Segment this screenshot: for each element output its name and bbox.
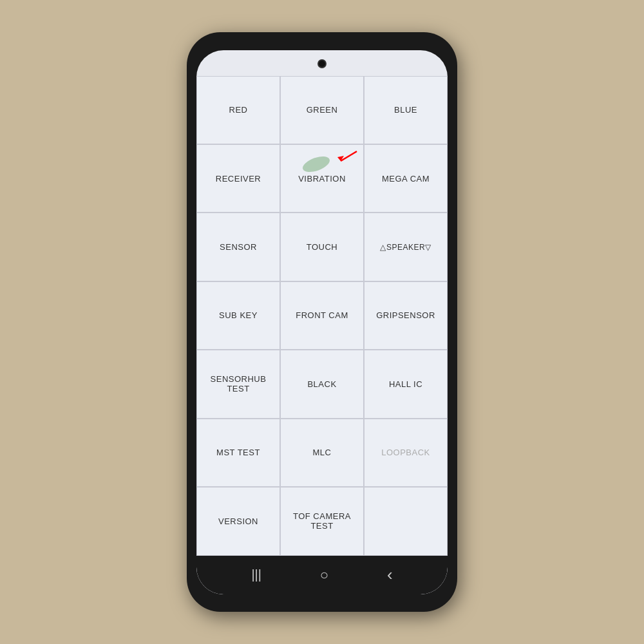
recent-apps-button[interactable]: |||	[246, 562, 267, 587]
grid-cell-loopback[interactable]: LOOPBACK	[364, 419, 448, 487]
grid-cell-red[interactable]: RED	[196, 76, 280, 144]
test-menu-grid: RED GREEN BLUE RECEIVER	[196, 76, 448, 556]
grid-cell-front-cam[interactable]: FRONT CAM	[280, 281, 364, 350]
grid-cell-speaker[interactable]: △SPEAKER▽	[364, 213, 448, 281]
grid-cell-green[interactable]: GREEN	[280, 76, 364, 144]
grid-cell-black[interactable]: BLACK	[280, 350, 364, 418]
grid-cell-hall-ic[interactable]: HALL IC	[364, 350, 448, 418]
grid-cell-receiver[interactable]: RECEIVER	[196, 144, 280, 213]
grid-cell-mega-cam[interactable]: MEGA CAM	[364, 144, 448, 213]
grid-cell-touch[interactable]: TOUCH	[280, 213, 364, 281]
grid-cell-sensor[interactable]: SENSOR	[196, 213, 280, 281]
grid-cell-empty	[364, 487, 448, 555]
grid-cell-sensorhub-test[interactable]: SENSORHUB TEST	[196, 350, 280, 418]
camera-notch	[317, 59, 327, 68]
grid-cell-mlc[interactable]: MLC	[280, 419, 364, 487]
grid-cell-mst-test[interactable]: MST TEST	[196, 419, 280, 487]
screen-content: RED GREEN BLUE RECEIVER	[196, 50, 448, 556]
back-button[interactable]: ‹	[382, 560, 398, 590]
grid-cell-tof-camera-test[interactable]: TOF CAMERA TEST	[280, 487, 364, 555]
grid-cell-blue[interactable]: BLUE	[364, 76, 448, 144]
grid-cell-vibration[interactable]: VIBRATION	[280, 144, 364, 213]
phone-device: RED GREEN BLUE RECEIVER	[187, 32, 457, 612]
phone-screen: RED GREEN BLUE RECEIVER	[196, 50, 448, 594]
annotation-arrow	[325, 148, 360, 167]
grid-cell-gripsensor[interactable]: GRIPSENSOR	[364, 281, 448, 350]
navigation-bar: ||| ○ ‹	[196, 556, 448, 594]
grid-cell-version[interactable]: VERSION	[196, 487, 280, 555]
grid-cell-sub-key[interactable]: SUB KEY	[196, 281, 280, 350]
home-button[interactable]: ○	[315, 562, 334, 589]
